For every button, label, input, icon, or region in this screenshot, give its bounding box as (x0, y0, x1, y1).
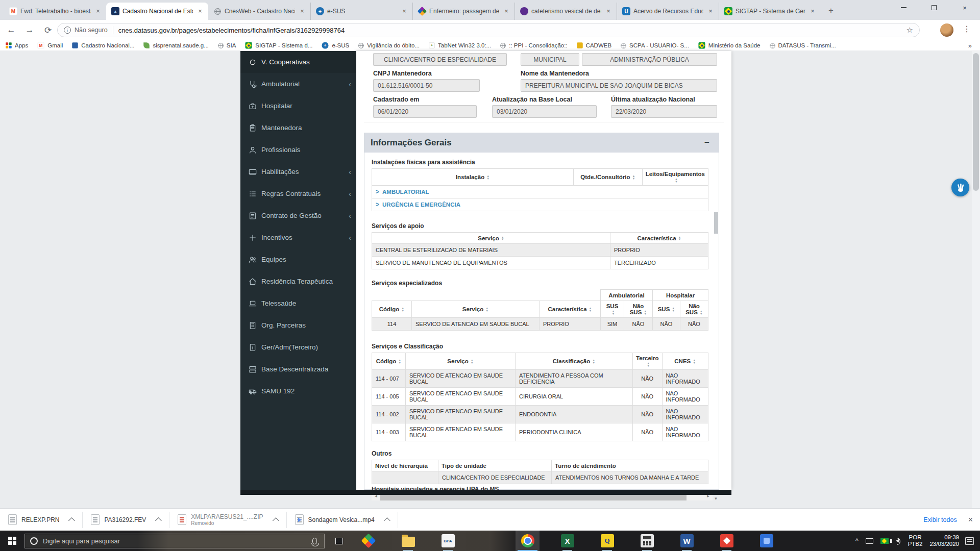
forward-button[interactable]: → (22, 23, 37, 37)
sidebar-item-hospitalar[interactable]: Hospitalar (240, 95, 356, 117)
tab-close-icon[interactable]: × (94, 7, 102, 15)
column-header[interactable]: Não SUS▲▼ (680, 301, 708, 318)
column-header[interactable]: Código▲▼ (372, 301, 412, 318)
download-item-xmlparaesus[interactable]: XMLPARAESUS21_....ZIP Removido (169, 512, 286, 528)
bookmark-esus[interactable]: +e-SUS (321, 41, 349, 49)
new-tab-button[interactable]: + (824, 4, 838, 18)
tray-expand-chevron[interactable]: ^ (855, 537, 859, 544)
tab-close-icon[interactable]: × (400, 7, 408, 15)
sidebar-item-mantenedora[interactable]: Mantenedora (240, 117, 356, 139)
tray-monitor-icon[interactable] (866, 538, 873, 544)
tab-enfermeiro[interactable]: Enfermeiro: passagem de ca × (412, 3, 514, 20)
column-header[interactable]: Serviço▲▼ (406, 353, 516, 370)
sidebar-item-profissionais[interactable]: Profissionais (240, 139, 356, 161)
column-header[interactable]: Característica▲▼ (540, 301, 601, 318)
sidebar-item-incentivos[interactable]: Incentivos ‹ (240, 227, 356, 248)
column-header[interactable]: SUS▲▼ (601, 301, 624, 318)
taskbar-clock[interactable]: 09:39 23/03/2020 (929, 534, 959, 547)
download-item-pa316292[interactable]: PA316292.FEV (83, 512, 169, 528)
bookmark-sia[interactable]: SIA (217, 42, 236, 49)
caret-up-icon[interactable] (384, 517, 390, 524)
caret-up-icon[interactable] (68, 517, 75, 524)
accessibility-button[interactable] (951, 179, 969, 196)
address-bar[interactable]: i Não seguro cnes.datasus.gov.br/pages/e… (57, 23, 920, 37)
sidebar-item-residencia-terapeutica[interactable]: Residência Terapêutica (240, 270, 356, 292)
tray-flag-icon[interactable] (880, 538, 889, 544)
tab-cnes-active[interactable]: ▲ Cadastro Nacional de Estab × (106, 3, 208, 20)
tab-close-icon[interactable]: × (706, 7, 715, 15)
tab-cnesweb[interactable]: CnesWeb - Cadastro Nacion × (208, 3, 310, 20)
profile-avatar[interactable] (940, 23, 953, 37)
url-text[interactable]: cnes.datasus.gov.br/pages/estabeleciment… (118, 27, 902, 34)
column-header[interactable]: Serviço▲▼ (372, 233, 610, 244)
language-indicator[interactable]: POR PTB2 (908, 534, 923, 547)
sidebar-item-samu-192[interactable]: SAMU 192 (240, 380, 356, 402)
column-header[interactable]: Classificação▲▼ (516, 353, 633, 370)
column-header[interactable]: Instalação▲▼ (372, 169, 574, 186)
window-maximize-button[interactable] (919, 0, 949, 15)
column-header[interactable]: Não SUS▲▼ (624, 301, 653, 318)
taskbar-app-chrome[interactable] (516, 531, 540, 551)
taskbar-app-maps[interactable] (356, 531, 380, 551)
tab-close-icon[interactable]: × (808, 7, 817, 15)
column-header[interactable]: Qtde./Consultório▲▼ (574, 169, 643, 186)
caret-up-icon[interactable] (273, 517, 279, 524)
column-header[interactable]: SUS▲▼ (653, 301, 680, 318)
back-button[interactable]: ← (4, 23, 18, 37)
sidebar-item-equipes[interactable]: Equipes (240, 248, 356, 270)
microphone-icon[interactable] (312, 538, 317, 544)
tab-close-icon[interactable]: × (502, 7, 510, 15)
column-header[interactable]: Leitos/Equipamentos▲▼ (642, 169, 708, 186)
action-center-icon[interactable] (965, 537, 974, 545)
bookmark-star-icon[interactable]: ☆ (906, 26, 913, 35)
sidebar-item-base-descentralizada[interactable]: Base Descentralizada (240, 358, 356, 380)
tab-sigtap[interactable]: SIGTAP - Sistema de Gerenc × (719, 3, 821, 20)
sidebar-item-telessaude[interactable]: Telessaúde (240, 292, 356, 314)
sidebar-item-org-parceiras[interactable]: Org. Parceiras (240, 314, 356, 336)
chrome-menu-icon[interactable]: ⋮ (963, 24, 971, 34)
tab-cateterismo[interactable]: cateterismo vesical de demo × (514, 3, 617, 20)
taskbar-app-calculator[interactable] (635, 531, 659, 551)
bookmarks-overflow-icon[interactable]: » (968, 42, 972, 49)
sidebar-item-ger-adm-terceiro[interactable]: Ger/Adm(Terceiro) (240, 336, 356, 358)
shelf-close-icon[interactable]: × (968, 515, 973, 524)
taskbar-app-red[interactable] (715, 531, 739, 551)
column-header[interactable]: Código▲▼ (372, 353, 406, 370)
download-item-sondagem[interactable]: Sondagem Vesica...mp4 (287, 512, 398, 528)
download-item-relexp[interactable]: RELEXP.PRN (0, 512, 83, 528)
tray-volume-icon[interactable] (896, 539, 901, 543)
column-header[interactable]: Serviço▲▼ (412, 301, 540, 318)
tab-acervo[interactable]: U Acervo de Recursos Educaci × (617, 3, 719, 20)
info-icon[interactable]: i (64, 27, 71, 34)
tab-gmail[interactable]: M Fwd: Teletrabalho - bioestat × (4, 3, 106, 20)
browser-scrollbar[interactable] (972, 51, 980, 508)
sidebar-item-regras-contratuais[interactable]: Regras Contratuais ‹ (240, 183, 356, 205)
tab-close-icon[interactable]: × (196, 7, 204, 15)
urgencia-expand-link[interactable]: >URGÊNCIA E EMERGÊNCIA (372, 198, 708, 211)
sidebar-item-contrato-gestao[interactable]: Contrato de Gestão ‹ (240, 205, 356, 227)
window-minimize-button[interactable] (888, 0, 919, 15)
bookmark-ppi[interactable]: :: PPI - Consolidação:: (500, 42, 567, 49)
taskbar-app-scnes[interactable]: Q (595, 531, 619, 551)
ambulatorial-expand-link[interactable]: >AMBULATORIAL (372, 186, 708, 198)
bookmark-cadweb[interactable]: CADWEB (576, 42, 611, 49)
taskbar-search-input[interactable]: Digite aqui para pesquisar (24, 534, 325, 548)
column-header[interactable]: CNES▲▼ (662, 353, 708, 370)
bookmark-gmail[interactable]: MGmail (37, 41, 63, 49)
bookmark-tabnet[interactable]: +TabNet Win32 3.0:... (428, 42, 491, 49)
bookmark-sigtap[interactable]: SIGTAP - Sistema d... (244, 41, 312, 49)
bookmark-scpa[interactable]: SCPA - USUARIO- S... (620, 42, 689, 49)
tab-close-icon[interactable]: × (604, 7, 612, 15)
bookmark-cadastro[interactable]: Cadastro Nacional... (71, 42, 134, 49)
panel-vertical-scroll-thumb[interactable] (714, 212, 718, 234)
show-all-downloads-button[interactable]: Exibir todos (923, 516, 957, 523)
collapse-button[interactable]: − (701, 138, 713, 148)
tab-esus[interactable]: + e-SUS × (310, 3, 412, 20)
sidebar-item-v-cooperativas[interactable]: V. Cooperativas (240, 51, 356, 73)
caret-up-icon[interactable] (155, 517, 162, 524)
bookmark-vigilancia[interactable]: Vigilância do óbito... (358, 42, 420, 49)
taskbar-app-excel[interactable]: X (555, 531, 579, 551)
taskbar-app-word[interactable]: W (675, 531, 699, 551)
bookmark-datasus[interactable]: DATASUS - Transmi... (769, 42, 836, 49)
bookmark-ministerio[interactable]: Ministério da Saúde (698, 41, 761, 49)
